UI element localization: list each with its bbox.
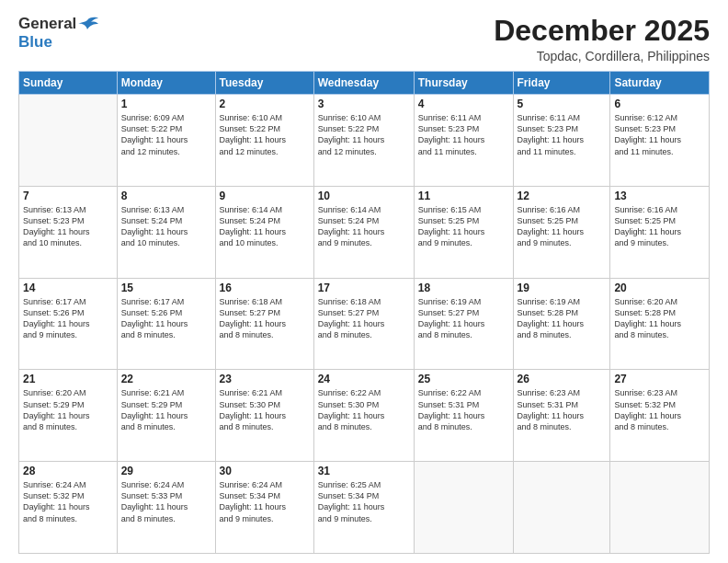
day-number: 30 <box>220 465 310 477</box>
day-number: 7 <box>23 190 113 202</box>
day-number: 4 <box>418 98 509 110</box>
day-info: Sunrise: 6:22 AM Sunset: 5:30 PM Dayligh… <box>318 387 410 432</box>
weekday-header-row: SundayMondayTuesdayWednesdayThursdayFrid… <box>19 72 710 95</box>
location-subtitle: Topdac, Cordillera, Philippines <box>494 49 710 63</box>
day-info: Sunrise: 6:17 AM Sunset: 5:26 PM Dayligh… <box>23 296 113 341</box>
calendar-cell: 6Sunrise: 6:12 AM Sunset: 5:23 PM Daylig… <box>610 95 710 187</box>
day-number: 6 <box>614 98 705 110</box>
day-number: 17 <box>318 282 410 294</box>
week-row-5: 28Sunrise: 6:24 AM Sunset: 5:32 PM Dayli… <box>19 462 710 554</box>
day-info: Sunrise: 6:24 AM Sunset: 5:33 PM Dayligh… <box>121 479 211 524</box>
calendar-cell: 14Sunrise: 6:17 AM Sunset: 5:26 PM Dayli… <box>19 278 118 370</box>
calendar-cell: 26Sunrise: 6:23 AM Sunset: 5:31 PM Dayli… <box>513 370 610 462</box>
day-info: Sunrise: 6:13 AM Sunset: 5:23 PM Dayligh… <box>23 204 113 249</box>
day-info: Sunrise: 6:11 AM Sunset: 5:23 PM Dayligh… <box>518 112 607 157</box>
day-number: 26 <box>518 373 607 385</box>
day-number: 27 <box>614 373 705 385</box>
calendar-cell: 23Sunrise: 6:21 AM Sunset: 5:30 PM Dayli… <box>215 370 313 462</box>
weekday-header-wednesday: Wednesday <box>313 72 414 95</box>
day-info: Sunrise: 6:21 AM Sunset: 5:29 PM Dayligh… <box>121 387 211 432</box>
calendar-cell: 19Sunrise: 6:19 AM Sunset: 5:28 PM Dayli… <box>513 278 610 370</box>
day-number: 19 <box>518 282 607 294</box>
day-number: 15 <box>121 282 211 294</box>
day-number: 5 <box>518 98 607 110</box>
day-number: 14 <box>23 282 113 294</box>
day-info: Sunrise: 6:19 AM Sunset: 5:28 PM Dayligh… <box>518 296 607 341</box>
calendar-cell: 24Sunrise: 6:22 AM Sunset: 5:30 PM Dayli… <box>313 370 414 462</box>
day-info: Sunrise: 6:14 AM Sunset: 5:24 PM Dayligh… <box>220 204 310 249</box>
calendar-cell: 21Sunrise: 6:20 AM Sunset: 5:29 PM Dayli… <box>19 370 118 462</box>
day-number: 24 <box>318 373 410 385</box>
weekday-header-tuesday: Tuesday <box>215 72 313 95</box>
weekday-header-thursday: Thursday <box>414 72 513 95</box>
day-number: 13 <box>614 190 705 202</box>
day-info: Sunrise: 6:11 AM Sunset: 5:23 PM Dayligh… <box>418 112 509 157</box>
calendar-cell: 2Sunrise: 6:10 AM Sunset: 5:22 PM Daylig… <box>215 95 313 187</box>
logo: General Blue <box>18 15 98 51</box>
day-number: 11 <box>418 190 509 202</box>
day-number: 3 <box>318 98 410 110</box>
day-info: Sunrise: 6:20 AM Sunset: 5:29 PM Dayligh… <box>23 387 113 432</box>
calendar-cell: 1Sunrise: 6:09 AM Sunset: 5:22 PM Daylig… <box>117 95 215 187</box>
day-number: 18 <box>418 282 509 294</box>
title-block: December 2025 Topdac, Cordillera, Philip… <box>494 15 710 63</box>
week-row-4: 21Sunrise: 6:20 AM Sunset: 5:29 PM Dayli… <box>19 370 710 462</box>
logo-blue-text: Blue <box>18 33 98 52</box>
weekday-header-friday: Friday <box>513 72 610 95</box>
logo-bird-icon <box>78 17 98 33</box>
day-number: 21 <box>23 373 113 385</box>
calendar-cell <box>19 95 118 187</box>
calendar-cell: 16Sunrise: 6:18 AM Sunset: 5:27 PM Dayli… <box>215 278 313 370</box>
day-number: 9 <box>220 190 310 202</box>
day-number: 31 <box>318 465 410 477</box>
day-info: Sunrise: 6:23 AM Sunset: 5:32 PM Dayligh… <box>614 387 705 432</box>
calendar-cell: 15Sunrise: 6:17 AM Sunset: 5:26 PM Dayli… <box>117 278 215 370</box>
calendar-cell <box>513 462 610 554</box>
day-number: 28 <box>23 465 113 477</box>
day-number: 25 <box>418 373 509 385</box>
calendar-cell: 13Sunrise: 6:16 AM Sunset: 5:25 PM Dayli… <box>610 186 710 278</box>
calendar-cell: 7Sunrise: 6:13 AM Sunset: 5:23 PM Daylig… <box>19 186 118 278</box>
calendar-cell: 31Sunrise: 6:25 AM Sunset: 5:34 PM Dayli… <box>313 462 414 554</box>
day-info: Sunrise: 6:21 AM Sunset: 5:30 PM Dayligh… <box>220 387 310 432</box>
day-info: Sunrise: 6:16 AM Sunset: 5:25 PM Dayligh… <box>614 204 705 249</box>
calendar-cell: 29Sunrise: 6:24 AM Sunset: 5:33 PM Dayli… <box>117 462 215 554</box>
calendar-cell: 22Sunrise: 6:21 AM Sunset: 5:29 PM Dayli… <box>117 370 215 462</box>
calendar-cell: 10Sunrise: 6:14 AM Sunset: 5:24 PM Dayli… <box>313 186 414 278</box>
calendar-cell: 20Sunrise: 6:20 AM Sunset: 5:28 PM Dayli… <box>610 278 710 370</box>
day-info: Sunrise: 6:24 AM Sunset: 5:34 PM Dayligh… <box>220 479 310 524</box>
calendar-cell: 30Sunrise: 6:24 AM Sunset: 5:34 PM Dayli… <box>215 462 313 554</box>
calendar-cell: 28Sunrise: 6:24 AM Sunset: 5:32 PM Dayli… <box>19 462 118 554</box>
calendar-cell: 12Sunrise: 6:16 AM Sunset: 5:25 PM Dayli… <box>513 186 610 278</box>
week-row-2: 7Sunrise: 6:13 AM Sunset: 5:23 PM Daylig… <box>19 186 710 278</box>
weekday-header-monday: Monday <box>117 72 215 95</box>
calendar-cell: 8Sunrise: 6:13 AM Sunset: 5:24 PM Daylig… <box>117 186 215 278</box>
day-number: 1 <box>121 98 211 110</box>
day-number: 12 <box>518 190 607 202</box>
day-info: Sunrise: 6:20 AM Sunset: 5:28 PM Dayligh… <box>614 296 705 341</box>
month-title: December 2025 <box>494 15 710 47</box>
day-number: 23 <box>220 373 310 385</box>
day-info: Sunrise: 6:25 AM Sunset: 5:34 PM Dayligh… <box>318 479 410 524</box>
day-info: Sunrise: 6:10 AM Sunset: 5:22 PM Dayligh… <box>318 112 410 157</box>
header: General Blue December 2025 Topdac, Cordi… <box>18 15 710 63</box>
calendar-cell: 18Sunrise: 6:19 AM Sunset: 5:27 PM Dayli… <box>414 278 513 370</box>
day-info: Sunrise: 6:24 AM Sunset: 5:32 PM Dayligh… <box>23 479 113 524</box>
day-info: Sunrise: 6:22 AM Sunset: 5:31 PM Dayligh… <box>418 387 509 432</box>
day-info: Sunrise: 6:17 AM Sunset: 5:26 PM Dayligh… <box>121 296 211 341</box>
day-number: 10 <box>318 190 410 202</box>
day-info: Sunrise: 6:14 AM Sunset: 5:24 PM Dayligh… <box>318 204 410 249</box>
day-info: Sunrise: 6:18 AM Sunset: 5:27 PM Dayligh… <box>220 296 310 341</box>
week-row-1: 1Sunrise: 6:09 AM Sunset: 5:22 PM Daylig… <box>19 95 710 187</box>
calendar-cell: 5Sunrise: 6:11 AM Sunset: 5:23 PM Daylig… <box>513 95 610 187</box>
day-number: 29 <box>121 465 211 477</box>
weekday-header-sunday: Sunday <box>19 72 118 95</box>
calendar-table: SundayMondayTuesdayWednesdayThursdayFrid… <box>18 71 710 554</box>
day-info: Sunrise: 6:16 AM Sunset: 5:25 PM Dayligh… <box>518 204 607 249</box>
calendar-cell <box>414 462 513 554</box>
day-info: Sunrise: 6:13 AM Sunset: 5:24 PM Dayligh… <box>121 204 211 249</box>
day-info: Sunrise: 6:15 AM Sunset: 5:25 PM Dayligh… <box>418 204 509 249</box>
day-number: 20 <box>614 282 705 294</box>
day-number: 8 <box>121 190 211 202</box>
day-number: 16 <box>220 282 310 294</box>
